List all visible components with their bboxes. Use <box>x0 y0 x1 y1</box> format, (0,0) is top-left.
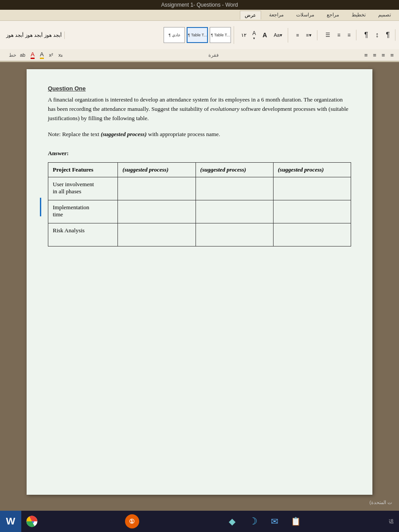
color-a-btn[interactable]: A <box>29 50 36 60</box>
doc-container: Question One A financial organization is… <box>0 62 399 515</box>
sort-icon: ↕ <box>375 31 379 39</box>
answer-table: Project Features (suggested process) (su… <box>48 162 351 246</box>
feature-implementation: Implementationtime <box>48 200 118 223</box>
ribbon-tab-row: تصميم تخطيط مراجع مراسلات مراجعة عرض <box>0 10 399 21</box>
taskbar-icon-4[interactable]: ◆ <box>221 511 243 532</box>
tab-mraj3[interactable]: مراجع <box>322 11 344 20</box>
cell-risk-1[interactable] <box>118 223 196 246</box>
line-spacing-icon: ≡▾ <box>306 32 311 38</box>
taskbar-icon-3[interactable]: ① <box>125 514 139 528</box>
paragraph-mark-btn[interactable]: ¶ <box>383 30 392 40</box>
taskbar-chrome-icon[interactable] <box>21 511 43 532</box>
title-text: Assignment 1- Questions - Word <box>161 2 238 8</box>
aa-icon: Aa▾ <box>274 32 282 38</box>
line-spacing-btn[interactable]: ≡▾ <box>303 31 314 39</box>
pilcrow-icon: ¶ <box>364 31 368 39</box>
align-left-btn[interactable]: ≡ <box>371 51 378 59</box>
list-btn[interactable]: ☰ <box>323 31 333 39</box>
align-controls: ≡ ≡ ≡ ≡ <box>363 51 395 59</box>
font-a-small-icon: A <box>252 30 256 36</box>
highlight-a-icon: A <box>40 51 44 59</box>
font-name-3: أبجد هوز <box>44 32 62 38</box>
answer-label: Answer: <box>48 150 351 157</box>
highlight-a-btn[interactable]: A <box>38 50 46 60</box>
list-icon: ☰ <box>325 32 330 38</box>
feature-risk: Risk Analysis <box>48 223 118 246</box>
cell-user-1[interactable] <box>118 177 196 200</box>
question-label: Question One <box>48 85 351 92</box>
bottom-note-text: ت المتحدة) <box>369 500 392 505</box>
font-name-2: أبجد هوز <box>25 32 43 38</box>
font-a-dropdown: ▾ <box>253 36 255 40</box>
superscript-btn[interactable]: x² <box>47 51 55 59</box>
cell-impl-3[interactable] <box>273 200 351 223</box>
format-group: ≡ ≡ ☰ <box>320 30 356 40</box>
indent-btn[interactable]: ≡ <box>345 31 353 39</box>
taskbar-mail-icon[interactable]: ✉ <box>264 511 285 532</box>
font-a-large[interactable]: A <box>260 30 270 40</box>
paragraph-group: ¶ ↕ ¶ <box>359 29 395 41</box>
text-format-controls: x₂ x² A A ab <box>18 50 64 60</box>
align-icon: ≡ <box>337 32 340 38</box>
color-a-icon: A <box>31 51 35 59</box>
header-process-3: (suggested process) <box>273 163 351 177</box>
clear-format-btn[interactable]: ab <box>18 51 27 59</box>
table-style-2[interactable]: ¶ Table T... <box>187 27 208 43</box>
cursor-bar <box>40 198 41 216</box>
table-row: User involvementin all phases <box>48 177 351 200</box>
align-right-btn[interactable]: ≡ <box>388 51 395 59</box>
aa-btn[interactable]: Aa▾ <box>271 31 285 39</box>
justify-btn[interactable]: ≡ <box>363 51 370 59</box>
paragraph-fqra-label: فقرة <box>208 52 219 58</box>
cell-user-2[interactable] <box>196 177 273 200</box>
font-name-1: أبجد هوز <box>6 32 23 38</box>
tab-tkhteet[interactable]: تخطيط <box>347 11 370 20</box>
title-bar: Assignment 1- Questions - Word <box>0 0 399 10</box>
cell-user-3[interactable] <box>273 177 351 200</box>
header-process-1: (suggested process) <box>118 163 196 177</box>
subscript-btn[interactable]: x₂ <box>57 51 65 59</box>
toolbar-row2: ≡ ≡ ≡ ≡ فقرة x₂ x² A A ab خط <box>0 49 399 62</box>
align-btn[interactable]: ≡ <box>335 31 343 39</box>
font-a-large-icon: A <box>262 31 267 39</box>
note-text: Note: Replace the text (suggested proces… <box>48 130 351 139</box>
font-name-group: أبجد هوز أبجد هوز أبجد هوز <box>4 31 65 39</box>
doc-page: Question One A financial organization is… <box>27 69 372 495</box>
table-style-3[interactable]: ¶ عادي <box>164 27 185 43</box>
taskbar-clipboard-icon[interactable]: 📋 <box>285 511 306 532</box>
paragraph-section: فقرة <box>66 52 360 58</box>
font-size-label: ١٢ <box>239 32 248 38</box>
chrome-svg <box>26 516 38 527</box>
cell-risk-3[interactable] <box>273 223 351 246</box>
taskbar: W ① ◆ ☽ ✉ 📋 话 <box>0 511 399 532</box>
taskbar-right: 话 <box>389 518 399 525</box>
khat-section: خط <box>9 52 16 58</box>
font-group: Aa▾ A A ▾ ١٢ <box>237 28 288 43</box>
table-row: Implementationtime <box>48 200 351 223</box>
spacing-group: ≡▾ ≡ <box>291 30 317 40</box>
cell-impl-2[interactable] <box>196 200 273 223</box>
taskbar-word-icon[interactable]: W <box>0 511 21 532</box>
table-style-2-label: ¶ Table T... <box>188 33 207 37</box>
table-styles-group: ¶ Table T... ¶ Table T... ¶ عادي <box>67 26 234 44</box>
tab-ard[interactable]: عرض <box>240 11 261 20</box>
pilcrow-btn[interactable]: ¶ <box>362 30 371 40</box>
cell-impl-1[interactable] <box>118 200 196 223</box>
tab-mraslt[interactable]: مراسلات <box>292 11 319 20</box>
tab-tsmeem[interactable]: تصميم <box>374 11 395 20</box>
bullets-btn[interactable]: ≡ <box>293 31 301 39</box>
table-style-1-label: ¶ Table T... <box>211 33 230 37</box>
feature-user-involvement: User involvementin all phases <box>48 177 118 200</box>
tab-mraj3a[interactable]: مراجعة <box>265 11 288 20</box>
header-process-2: (suggested process) <box>196 163 273 177</box>
table-style-3-label: ¶ عادي <box>168 33 180 37</box>
sort-btn[interactable]: ↕ <box>372 30 381 40</box>
taskbar-moon-icon[interactable]: ☽ <box>243 511 264 532</box>
align-center-btn[interactable]: ≡ <box>380 51 387 59</box>
indent-icon: ≡ <box>348 32 351 38</box>
question-label-text: Question One <box>48 85 86 92</box>
font-a-small[interactable]: A ▾ <box>250 29 258 42</box>
cell-risk-2[interactable] <box>196 223 273 246</box>
taskbar-right-text: 话 <box>389 518 394 525</box>
table-style-1[interactable]: ¶ Table T... <box>210 27 231 43</box>
